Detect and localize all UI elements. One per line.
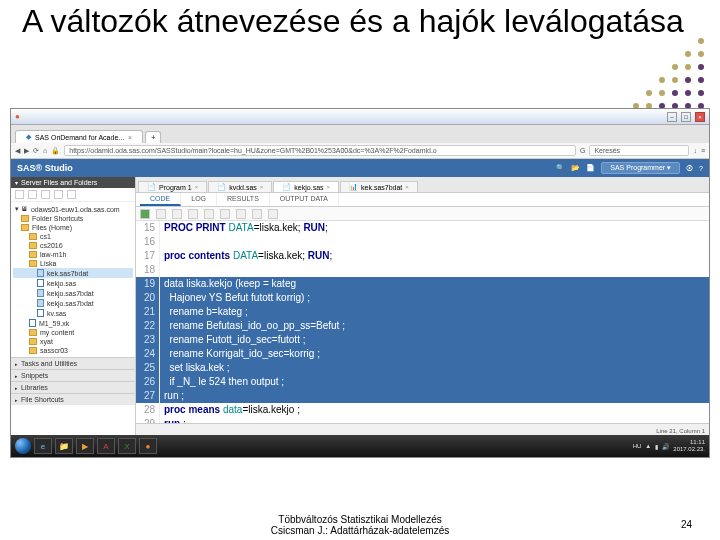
toolbar-icon[interactable] (252, 209, 262, 219)
menu-icon[interactable]: ≡ (701, 147, 705, 154)
code-line[interactable]: 18 (136, 263, 709, 277)
task-ie-icon[interactable]: e (34, 438, 52, 454)
toolbar-icon[interactable] (172, 209, 182, 219)
code-line[interactable]: 25 set liska.kek ; (136, 361, 709, 375)
download-icon[interactable]: ↓ (693, 147, 697, 154)
sidebar-section[interactable]: File Shortcuts (11, 393, 135, 405)
code-line[interactable]: 17proc contents DATA=liska.kek; RUN; (136, 249, 709, 263)
tree-item[interactable]: kv.sas (13, 308, 133, 318)
sas-new-icon[interactable]: 📄 (586, 164, 595, 172)
editor-tab[interactable]: 📄kekjo.sas× (273, 181, 339, 192)
tree-item-label: xyat (40, 338, 53, 345)
dataset-icon (37, 269, 44, 277)
tree-item[interactable]: Liska (13, 259, 133, 268)
system-tray[interactable]: HU ▲ ▮ 🔊 11:11 2017.02.23. (633, 439, 705, 453)
sas-search-icon[interactable]: 🔍 (556, 164, 565, 172)
nav-home-icon[interactable]: ⌂ (43, 147, 47, 154)
code-line[interactable]: 27run ; (136, 389, 709, 403)
line-gutter: 20 (136, 291, 160, 305)
tab-close-icon[interactable]: × (327, 184, 331, 190)
tree-item[interactable]: kekjo.sas (13, 278, 133, 288)
tree-item[interactable]: kekjo.sas7bdat (13, 298, 133, 308)
task-reader-icon[interactable]: A (97, 438, 115, 454)
subtab-output data[interactable]: OUTPUT DATA (270, 193, 339, 206)
toolbar-icon[interactable] (156, 209, 166, 219)
tree-item[interactable]: cs1 (13, 232, 133, 241)
browser-tab[interactable]: ◆ SAS OnDemand for Acade... × (15, 130, 143, 143)
task-explorer-icon[interactable]: 📁 (55, 438, 73, 454)
nav-reload-icon[interactable]: ⟳ (33, 147, 39, 155)
sas-help-icon[interactable]: ? (699, 165, 703, 172)
task-media-icon[interactable]: ▶ (76, 438, 94, 454)
sidebar-section[interactable]: Tasks and Utilities (11, 357, 135, 369)
code-line[interactable]: 21 rename b=kateg ; (136, 305, 709, 319)
tree-root[interactable]: ▾ 🖥 odaws01-euw1.oda.sas.com (13, 204, 133, 214)
editor-tab[interactable]: 📄Program 1× (138, 181, 207, 192)
new-tab-button[interactable]: + (145, 131, 161, 143)
tree-item[interactable]: my content (13, 328, 133, 337)
side-tool-icon[interactable] (67, 190, 76, 199)
tab-close-icon[interactable]: × (405, 184, 409, 190)
editor-tab[interactable]: 📄kvdd.sas× (208, 181, 272, 192)
tray-clock[interactable]: 11:11 2017.02.23. (673, 439, 705, 453)
sas-perspective-button[interactable]: SAS Programmer ▾ (601, 162, 680, 174)
side-tool-icon[interactable] (41, 190, 50, 199)
toolbar-icon[interactable] (188, 209, 198, 219)
tree-item[interactable]: xyat (13, 337, 133, 346)
sidebar-section[interactable]: Snippets (11, 369, 135, 381)
dataset-icon (37, 289, 44, 297)
code-line[interactable]: 19data liska.kekjo (keep = kateg (136, 277, 709, 291)
code-line[interactable]: 22 rename Befutasi_ido_oo_pp_ss=Befut ; (136, 319, 709, 333)
tree-item[interactable]: sasscr03 (13, 346, 133, 355)
subtab-results[interactable]: RESULTS (217, 193, 270, 206)
close-button[interactable]: × (695, 112, 705, 122)
tree-item[interactable]: Files (Home) (13, 223, 133, 232)
toolbar-icon[interactable] (268, 209, 278, 219)
tree-item[interactable]: law-m1h (13, 250, 133, 259)
code-line[interactable]: 23 rename Futott_ido_sec=futott ; (136, 333, 709, 347)
tree-item[interactable]: cs2016 (13, 241, 133, 250)
sas-open-icon[interactable]: 📂 (571, 164, 580, 172)
subtab-code[interactable]: CODE (140, 193, 181, 206)
toolbar-icon[interactable] (236, 209, 246, 219)
sidebar-section[interactable]: Libraries (11, 381, 135, 393)
subtab-log[interactable]: LOG (181, 193, 217, 206)
code-line[interactable]: 16 (136, 235, 709, 249)
minimize-button[interactable]: – (667, 112, 677, 122)
tree-item-label: kekjo.sas (47, 280, 76, 287)
toolbar-icon[interactable] (220, 209, 230, 219)
folder-icon (29, 233, 37, 240)
tab-close-icon[interactable]: × (260, 184, 264, 190)
search-input[interactable]: Keresés (589, 145, 689, 156)
tray-lang[interactable]: HU (633, 443, 642, 449)
task-excel-icon[interactable]: X (118, 438, 136, 454)
task-firefox-icon[interactable]: ● (139, 438, 157, 454)
tab-close-icon[interactable]: × (195, 184, 199, 190)
start-button[interactable] (15, 438, 31, 454)
tree-item[interactable]: kekjo.sas7bdat (13, 288, 133, 298)
code-line[interactable]: 28proc means data=liska.kekjo ; (136, 403, 709, 417)
nav-back-icon[interactable]: ◀ (15, 147, 20, 155)
tree-item[interactable]: M1_59.xk (13, 318, 133, 328)
tree-item[interactable]: kek.sas7bdat (13, 268, 133, 278)
side-tool-icon[interactable] (28, 190, 37, 199)
editor-tab[interactable]: 📊kek.sas7bdat× (340, 181, 418, 192)
run-icon[interactable] (140, 209, 150, 219)
side-tool-icon[interactable] (15, 190, 24, 199)
toolbar-icon[interactable] (204, 209, 214, 219)
tree-item[interactable]: Folder Shortcuts (13, 214, 133, 223)
sas-more-icon[interactable]: ⦿ (686, 165, 693, 172)
code-line[interactable]: 26 if _N_ le 524 then output ; (136, 375, 709, 389)
code-editor[interactable]: 15PROC PRINT DATA=liska.kek; RUN;1617pro… (136, 221, 709, 423)
maximize-button[interactable]: □ (681, 112, 691, 122)
tree-item-label: kekjo.sas7bdat (47, 290, 94, 297)
tab-close-icon[interactable]: × (128, 134, 132, 141)
side-tool-icon[interactable] (54, 190, 63, 199)
code-line[interactable]: 15PROC PRINT DATA=liska.kek; RUN; (136, 221, 709, 235)
code-line[interactable]: 24 rename Korrigalt_ido_sec=korrig ; (136, 347, 709, 361)
nav-fwd-icon[interactable]: ▶ (24, 147, 29, 155)
code-line[interactable]: 20 Hajonev YS Befut futott korrig) ; (136, 291, 709, 305)
address-bar[interactable]: https://odamid.oda.sas.com/SASStudio/mai… (64, 145, 576, 156)
line-gutter: 21 (136, 305, 160, 319)
sidebar-header-files[interactable]: Server Files and Folders (11, 177, 135, 188)
